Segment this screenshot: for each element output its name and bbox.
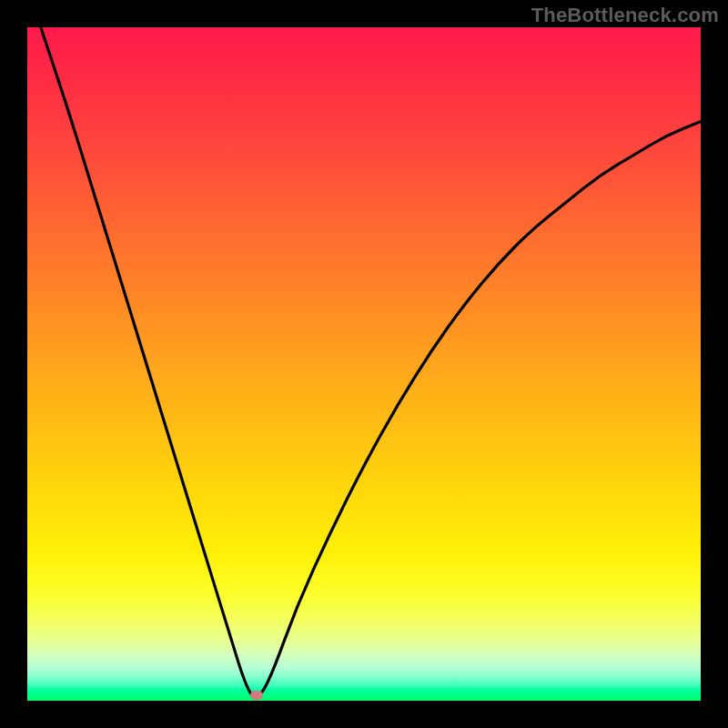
minimum-marker [250, 691, 263, 700]
plot-area [27, 27, 701, 701]
watermark-text: TheBottleneck.com [531, 4, 719, 27]
curve-svg [27, 27, 701, 701]
bottleneck-curve [41, 27, 701, 697]
chart-frame: TheBottleneck.com [0, 0, 728, 728]
